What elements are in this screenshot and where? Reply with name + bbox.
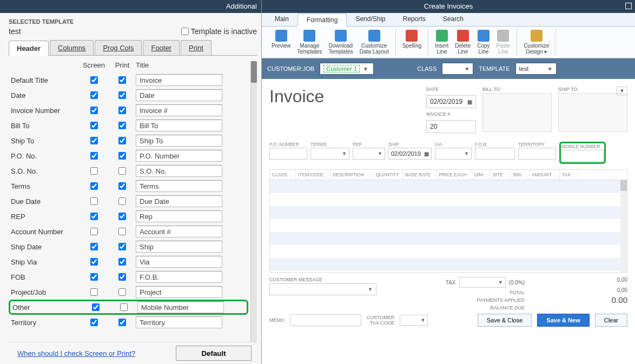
customer-job-dropdown[interactable]: Customer 1▼ xyxy=(320,63,374,75)
title-input[interactable] xyxy=(136,241,222,253)
ship-to-dropdown-icon[interactable]: ▼ xyxy=(617,87,627,95)
title-input[interactable] xyxy=(136,210,222,222)
title-input[interactable] xyxy=(137,301,224,313)
ribbon-tab-main[interactable]: Main xyxy=(266,13,297,26)
print-checkbox[interactable] xyxy=(118,182,126,190)
tax-dropdown[interactable]: ▼ xyxy=(459,277,506,288)
grid-col-description[interactable]: DESCRIPTION xyxy=(330,170,374,180)
class-dropdown[interactable]: ▼ xyxy=(442,63,473,75)
screen-checkbox[interactable] xyxy=(92,303,100,311)
title-input[interactable] xyxy=(136,271,222,283)
design-button[interactable]: CustomizeDesign ▾ xyxy=(520,29,552,56)
print-checkbox[interactable] xyxy=(118,319,126,326)
save-close-button[interactable]: Save & Close xyxy=(478,314,532,327)
print-checkbox[interactable] xyxy=(118,243,126,250)
title-input[interactable] xyxy=(136,180,222,192)
field-input[interactable] xyxy=(518,148,556,160)
left-scrollbar[interactable] xyxy=(250,61,257,342)
screen-checkbox[interactable] xyxy=(90,288,98,296)
title-input[interactable] xyxy=(136,256,222,268)
tab-print[interactable]: Print xyxy=(181,40,211,55)
date-input[interactable]: 02/02/2019▦ xyxy=(426,95,476,108)
ribbon-tab-search[interactable]: Search xyxy=(434,13,472,26)
grid-scrollbar[interactable] xyxy=(620,180,627,272)
template-dropdown[interactable]: test▼ xyxy=(515,63,557,75)
field-input[interactable] xyxy=(475,148,515,160)
ribbon-tab-reports[interactable]: Reports xyxy=(394,13,434,26)
bill-to-box[interactable] xyxy=(482,93,552,132)
print-checkbox[interactable] xyxy=(118,137,126,144)
title-input[interactable] xyxy=(136,104,222,116)
title-input[interactable] xyxy=(136,74,222,86)
customer-message-dropdown[interactable]: ▼ xyxy=(269,283,376,295)
print-checkbox[interactable] xyxy=(118,197,126,205)
screen-checkbox[interactable] xyxy=(90,228,98,235)
ship-to-box[interactable] xyxy=(558,93,627,132)
screen-checkbox[interactable] xyxy=(90,152,98,160)
field-input[interactable]: ▼ xyxy=(435,148,472,160)
title-input[interactable] xyxy=(136,316,222,328)
grid-col-item-code[interactable]: ITEM CODE xyxy=(296,170,330,180)
invoice-num-input[interactable]: 20 xyxy=(426,120,476,133)
grid-col-tax[interactable]: TAX xyxy=(560,170,578,180)
title-input[interactable] xyxy=(136,89,222,101)
preview-button[interactable]: Preview xyxy=(268,29,294,56)
help-link[interactable]: When should I check Screen or Print? xyxy=(17,349,135,358)
screen-checkbox[interactable] xyxy=(90,137,98,144)
line-items-grid[interactable] xyxy=(270,180,627,272)
tab-prog-cols[interactable]: Prog Cols xyxy=(95,40,142,55)
title-input[interactable] xyxy=(136,286,222,298)
field-input[interactable]: 02/02/2019▦ xyxy=(388,148,432,160)
field-input[interactable]: ▼ xyxy=(310,148,349,160)
screen-checkbox[interactable] xyxy=(90,76,98,84)
screen-checkbox[interactable] xyxy=(90,319,98,326)
download-button[interactable]: DownloadTemplates xyxy=(325,29,356,56)
grid-col-amount[interactable]: AMOUNT xyxy=(530,170,560,180)
memo-input[interactable] xyxy=(290,314,361,326)
default-button[interactable]: Default xyxy=(176,346,252,361)
inactive-checkbox-input[interactable] xyxy=(181,28,189,35)
title-input[interactable] xyxy=(136,195,222,207)
grid-col-price-each[interactable]: PRICE EACH xyxy=(436,170,472,180)
screen-checkbox[interactable] xyxy=(90,182,98,190)
grid-col-site[interactable]: SITE xyxy=(491,170,511,180)
manage-button[interactable]: ManageTemplates xyxy=(294,29,326,56)
customer-tax-code-dropdown[interactable]: ▼ xyxy=(400,315,428,326)
screen-checkbox[interactable] xyxy=(90,122,98,129)
spelling-button[interactable]: Spelling xyxy=(399,29,425,56)
field-input[interactable]: ▼ xyxy=(353,148,385,160)
tab-header[interactable]: Header xyxy=(9,41,49,56)
insert-line-button[interactable]: InsertLine xyxy=(432,29,452,56)
title-input[interactable] xyxy=(136,135,222,147)
title-input[interactable] xyxy=(136,226,222,237)
screen-checkbox[interactable] xyxy=(90,213,98,220)
field-input[interactable] xyxy=(561,150,604,162)
print-checkbox[interactable] xyxy=(118,122,126,129)
tab-columns[interactable]: Columns xyxy=(50,40,94,55)
print-checkbox[interactable] xyxy=(118,288,126,296)
print-checkbox[interactable] xyxy=(118,258,126,266)
print-checkbox[interactable] xyxy=(118,91,126,99)
print-checkbox[interactable] xyxy=(118,273,126,281)
layout-button[interactable]: CustomizeData Layout xyxy=(356,29,392,56)
grid-col-base-rate[interactable]: BASE RATE xyxy=(403,170,436,180)
screen-checkbox[interactable] xyxy=(90,243,98,250)
print-checkbox[interactable] xyxy=(118,213,126,220)
screen-checkbox[interactable] xyxy=(90,167,98,175)
save-new-button[interactable]: Save & New xyxy=(537,314,589,327)
ribbon-tab-sendship[interactable]: Send/Ship xyxy=(347,13,394,26)
copy-line-button[interactable]: CopyLine xyxy=(474,29,493,56)
title-input[interactable] xyxy=(136,120,222,131)
maximize-icon[interactable] xyxy=(625,3,632,9)
print-checkbox[interactable] xyxy=(118,167,126,175)
title-input[interactable] xyxy=(136,150,222,162)
screen-checkbox[interactable] xyxy=(90,91,98,99)
screen-checkbox[interactable] xyxy=(90,107,98,114)
grid-col-u/m[interactable]: U/M xyxy=(472,170,491,180)
grid-col-class[interactable]: CLASS xyxy=(270,170,296,180)
grid-col-quantity[interactable]: QUANTITY xyxy=(374,170,403,180)
ribbon-tab-formatting[interactable]: Formatting xyxy=(297,14,347,27)
field-input[interactable] xyxy=(269,148,307,160)
grid-col-bin[interactable]: BIN xyxy=(511,170,530,180)
screen-checkbox[interactable] xyxy=(90,273,98,281)
